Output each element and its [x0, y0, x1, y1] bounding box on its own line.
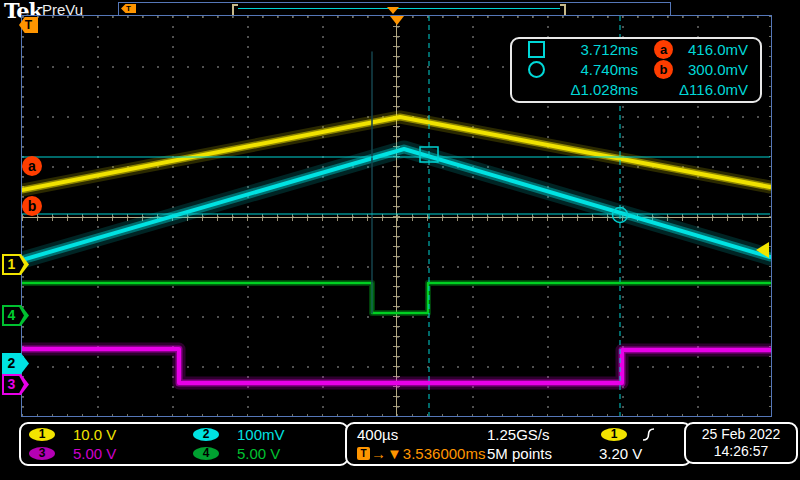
ch4-badge[interactable]: 4 [193, 447, 219, 460]
cursor-delta-spacer [654, 80, 673, 99]
cursor-delta-time: Δ1.028ms [548, 81, 638, 98]
cursor-a-time: 3.712ms [548, 41, 638, 58]
ch3-scale: 5.00 V [73, 445, 191, 462]
cursor-a-badge: a [654, 40, 673, 59]
channel-scale-box: 1 10.0 V 2 100mV 3 5.00 V 4 5.00 V [19, 422, 349, 466]
rising-edge-icon [641, 427, 656, 442]
ch2-tag-label: 2 [2, 353, 21, 374]
arrow-right-icon: → [371, 445, 386, 462]
ch4-tag-label: 4 [2, 305, 21, 326]
cursor-a-value: 416.0mV [673, 41, 748, 58]
ch4-trace [22, 283, 770, 313]
cursor-b-badge: b [654, 60, 673, 79]
cursor-a-square-icon [528, 41, 545, 58]
trigger-t-icon: T [357, 447, 370, 460]
cursor-a-row: 3.712ms a 416.0mV [512, 40, 760, 59]
record-window-line [238, 8, 560, 9]
ch3-tag-label: 3 [2, 374, 21, 395]
trigger-delay: 3.536000ms [403, 445, 486, 462]
cursor-delta-row: Δ1.028ms Δ116.0mV [512, 80, 760, 99]
date-label: 25 Feb 2022 [702, 426, 781, 443]
horizontal-trigger-box: 400µs 1.25GS/s 1 T → ▼ 3.536000ms 5M poi… [345, 422, 692, 466]
ch1-ground-marker[interactable]: 1 [2, 254, 29, 275]
ch2-ground-marker[interactable]: 2 [2, 353, 29, 374]
ch4-trace [22, 283, 770, 313]
record-trigger-position-icon [387, 7, 399, 14]
ch4-scale: 5.00 V [237, 445, 347, 462]
record-length: 5M points [487, 445, 599, 462]
ch4-ground-marker[interactable]: 4 [2, 305, 29, 326]
record-trigger-flag-icon: T [121, 4, 136, 13]
ch2-scale: 100mV [237, 426, 347, 443]
cursor-b-marker[interactable]: b [22, 196, 42, 216]
time-scale: 400µs [357, 426, 487, 443]
ch1-badge[interactable]: 1 [29, 428, 55, 441]
cursor-b-row: 4.740ms b 300.0mV [512, 60, 760, 79]
time-label: 14:26:57 [714, 443, 769, 460]
cursor-b-time: 4.740ms [548, 61, 638, 78]
cursor-delta-value: Δ116.0mV [673, 81, 748, 98]
trigger-position-icon[interactable] [390, 16, 404, 25]
ch3-trace [22, 349, 770, 383]
datetime-box: 25 Feb 2022 14:26:57 [684, 422, 798, 464]
trigger-source-badge[interactable]: 1 [601, 428, 627, 441]
trigger-delay-row: T → ▼ 3.536000ms [357, 445, 487, 462]
record-view-bar[interactable]: T [118, 2, 671, 16]
cursor-readout-box: 3.712ms a 416.0mV 4.740ms b 300.0mV Δ1.0… [510, 37, 762, 103]
sample-rate: 1.25GS/s [487, 426, 599, 443]
ch1-tag-label: 1 [2, 254, 21, 275]
cursor-b-circle-icon [528, 61, 545, 78]
trigger-level: 3.20 V [599, 445, 690, 462]
trigger-source-cell: 1 [599, 427, 690, 442]
ch3-ground-marker[interactable]: 3 [2, 374, 29, 395]
tri-down-icon: ▼ [387, 445, 402, 462]
oscilloscope-screen: Tek PreVu T T a b 1 4 2 3 [0, 0, 800, 480]
ch1-scale: 10.0 V [73, 426, 191, 443]
ch3-badge[interactable]: 3 [29, 447, 55, 460]
ch2-badge[interactable]: 2 [193, 428, 219, 441]
cursor-b-value: 300.0mV [673, 61, 748, 78]
cursor-a-marker[interactable]: a [22, 156, 42, 176]
